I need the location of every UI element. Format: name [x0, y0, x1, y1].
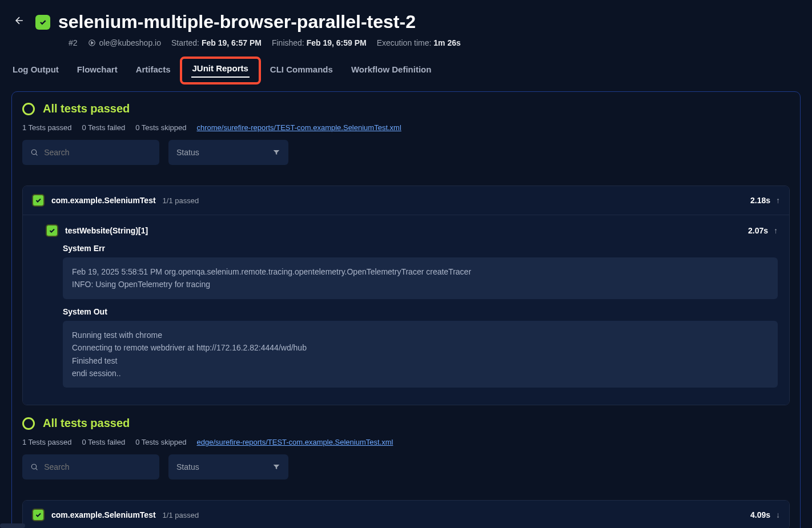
junit-reports-panel: All tests passed 1 Tests passed 0 Tests … [11, 91, 801, 528]
stats-passed: 1 Tests passed [22, 123, 71, 132]
execution-time-meta: Execution time: 1m 26s [377, 38, 461, 47]
stats-skipped: 0 Tests skipped [135, 438, 186, 446]
system-out-output: Running test with chrome Connecting to r… [63, 321, 778, 388]
test-name: testWebsite(String)[1] [65, 226, 148, 235]
tab-workflow-definition[interactable]: Workflow Definition [350, 61, 433, 81]
status-ring-icon [22, 103, 35, 115]
suite-count: 1/1 passed [163, 196, 199, 205]
summary-title: All tests passed [43, 102, 130, 115]
search-input-wrapper[interactable] [22, 140, 159, 165]
report-link[interactable]: chrome/surefire-reports/TEST-com.example… [197, 123, 401, 132]
suite-header[interactable]: com.example.SeleniumTest 1/1 passed 4.09… [23, 501, 789, 528]
scrollbar-handle[interactable] [0, 523, 25, 528]
test-suite: com.example.SeleniumTest 1/1 passed 2.18… [22, 186, 790, 405]
svg-point-2 [31, 465, 36, 469]
status-filter[interactable]: Status [168, 140, 288, 165]
chevron-up-icon: ↑ [776, 196, 780, 205]
test-duration: 2.07s [748, 226, 768, 235]
test-suite: com.example.SeleniumTest 1/1 passed 4.09… [22, 500, 790, 528]
report-link[interactable]: edge/surefire-reports/TEST-com.example.S… [197, 438, 393, 446]
search-icon [30, 148, 38, 157]
run-number: #2 [69, 38, 78, 47]
status-badge-success [35, 15, 50, 30]
system-err-label: System Err [63, 244, 778, 253]
status-ring-icon [22, 417, 35, 430]
suite-name: com.example.SeleniumTest [51, 196, 156, 205]
search-input[interactable] [44, 462, 151, 471]
check-icon [32, 509, 45, 521]
page-title: selenium-multiple-browser-parallel-test-… [58, 11, 416, 33]
chevron-down-icon: ↓ [776, 510, 780, 519]
tab-artifacts[interactable]: Artifacts [135, 61, 172, 81]
suite-header[interactable]: com.example.SeleniumTest 1/1 passed 2.18… [23, 186, 789, 215]
system-out-label: System Out [63, 307, 778, 316]
filter-icon [272, 463, 280, 471]
started-meta: Started: Feb 19, 6:57 PM [171, 38, 262, 47]
tab-log-output[interactable]: Log Output [11, 61, 60, 81]
tab-junit-highlight: JUnit Reports [180, 57, 261, 84]
tab-flowchart[interactable]: Flowchart [76, 61, 119, 81]
back-arrow-icon[interactable] [11, 13, 27, 31]
suite-name: com.example.SeleniumTest [51, 510, 156, 519]
search-icon [30, 462, 38, 471]
finished-meta: Finished: Feb 19, 6:59 PM [272, 38, 367, 47]
stats-failed: 0 Tests failed [82, 123, 125, 132]
run-user: ole@kubeshop.io [88, 38, 161, 47]
status-filter[interactable]: Status [168, 454, 288, 479]
svg-point-1 [31, 150, 36, 154]
stats-skipped: 0 Tests skipped [135, 123, 186, 132]
check-icon [46, 224, 58, 237]
tab-cli-commands[interactable]: CLI Commands [269, 61, 334, 81]
tab-junit-reports[interactable]: JUnit Reports [191, 60, 250, 78]
summary-title: All tests passed [43, 417, 130, 430]
search-input[interactable] [44, 148, 151, 157]
check-icon [32, 194, 45, 207]
stats-passed: 1 Tests passed [22, 438, 71, 446]
system-err-output: Feb 19, 2025 5:58:51 PM org.openqa.selen… [63, 257, 778, 299]
filter-icon [272, 148, 280, 156]
chevron-up-icon: ↑ [774, 226, 778, 235]
suite-count: 1/1 passed [163, 511, 199, 519]
status-filter-label: Status [176, 462, 199, 471]
status-filter-label: Status [176, 148, 199, 157]
search-input-wrapper[interactable] [22, 454, 159, 479]
suite-duration: 2.18s [750, 196, 770, 205]
suite-duration: 4.09s [750, 510, 770, 519]
stats-failed: 0 Tests failed [82, 438, 125, 446]
